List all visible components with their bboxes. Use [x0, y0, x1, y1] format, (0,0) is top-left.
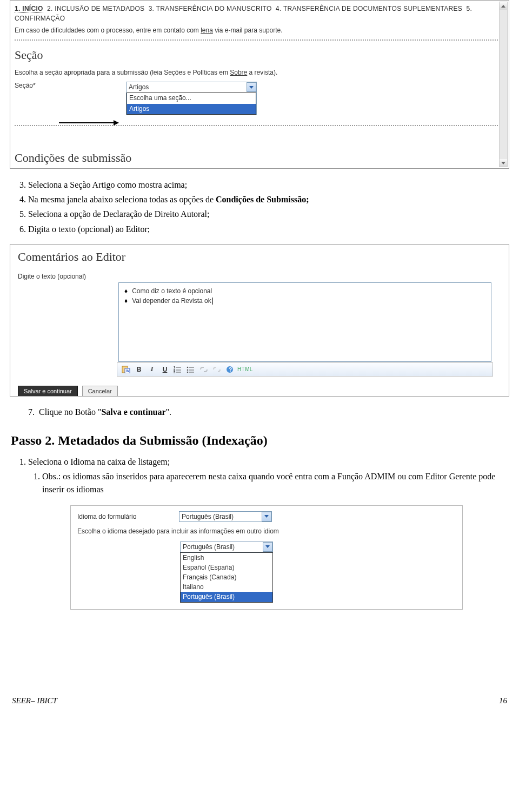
instr-item: Seleciona a opção de Declaração de Direi… [28, 208, 509, 220]
paste-word-icon[interactable]: W [121, 365, 131, 374]
step-4[interactable]: 4. TRANSFERÊNCIA DE DOCUMENTOS SUPLEMENT… [276, 5, 462, 12]
comments-label: Digite o texto (opcional) [18, 273, 110, 280]
instruction-list-1: Seleciona a Seção Artigo como mostra aci… [15, 179, 509, 235]
help-icon[interactable]: ? [224, 365, 235, 374]
italic-icon[interactable]: I [147, 365, 157, 374]
svg-text:3: 3 [174, 371, 175, 373]
instruction-list-2: Seleciona o Idioma na caixa de listagem;… [15, 455, 509, 496]
screenshot-language-select: Idioma do formulário Português (Brasil) … [70, 505, 463, 610]
secao-option[interactable]: Escolha uma seção... [127, 93, 256, 104]
idioma-option[interactable]: Español (España) [181, 563, 272, 572]
secao-option[interactable]: Artigos [127, 104, 256, 115]
step-2[interactable]: 2. INCLUSÃO DE METADADOS [47, 5, 144, 12]
idioma-option[interactable]: English [181, 553, 272, 563]
footer-right: 16 [499, 696, 507, 705]
text-caret [212, 298, 213, 305]
comment-line: Como diz o texto é opcional [124, 286, 485, 296]
page-footer: SEER– IBICT 16 [10, 696, 509, 705]
cancel-button[interactable]: Cancelar [82, 386, 118, 397]
instr-item: Seleciona o Idioma na caixa de listagem;… [28, 455, 509, 496]
save-continue-button[interactable]: Salvar e continuar [18, 386, 78, 397]
link-icon[interactable] [198, 365, 209, 374]
svg-text:W: W [126, 369, 130, 373]
instr-item: Digita o texto (opcional) ao Editor; [28, 223, 509, 235]
underline-icon[interactable]: U [159, 365, 170, 374]
comment-line: Vai depender da Revista ok [124, 296, 485, 306]
idioma-option[interactable]: Português (Brasil) [181, 592, 272, 602]
idioma-options-list[interactable]: English Español (España) Français (Canad… [180, 552, 273, 603]
svg-text:?: ? [229, 367, 232, 373]
footer-left: SEER– IBICT [12, 696, 57, 705]
chevron-down-icon[interactable] [263, 542, 272, 552]
scrollbar[interactable] [499, 2, 508, 167]
instr-sub-item: Obs.: os idiomas são inseridos para apar… [42, 470, 509, 495]
help-note: Em caso de dificuldades com o processo, … [10, 25, 509, 37]
idioma-option[interactable]: Italiano [181, 582, 272, 592]
instr-item: Seleciona a Seção Artigo como mostra aci… [28, 179, 509, 191]
help-contact-link[interactable]: lena [201, 27, 213, 34]
instr-item-7: 7. Clique no Botão "Salva e continuar". [28, 406, 508, 418]
section-heading-condicoes: Condições de submissão [15, 151, 131, 165]
section-heading-secao: Seção [15, 48, 504, 62]
idioma-option[interactable]: Français (Canada) [181, 572, 272, 582]
idioma-label: Idioma do formulário [77, 513, 174, 520]
chevron-down-icon[interactable] [262, 512, 271, 521]
step-3[interactable]: 3. TRANSFERÊNCIA DO MANUSCRITO [149, 5, 272, 12]
instr-item: Na mesma janela abaixo seleciona todas a… [28, 193, 509, 206]
list-numbered-icon[interactable]: 123 [172, 365, 183, 374]
secao-selected-value: Artigos [129, 83, 149, 91]
svg-point-13 [187, 371, 189, 373]
section-help: Escolha a seção apropriada para a submis… [10, 67, 509, 82]
chevron-down-icon[interactable] [247, 82, 256, 92]
bold-icon[interactable]: B [134, 365, 144, 374]
html-source-icon[interactable]: HTML [237, 365, 253, 374]
svg-point-9 [187, 366, 189, 368]
cropped-edge [387, 531, 462, 540]
sobre-link[interactable]: Sobre [230, 69, 247, 76]
list-bullet-icon[interactable] [185, 365, 196, 374]
idioma-select-open[interactable]: Português (Brasil) [180, 542, 273, 552]
passo-2-heading: Passo 2. Metadados da Submissão (Indexaç… [11, 433, 508, 448]
idioma-select[interactable]: Português (Brasil) [179, 511, 272, 522]
secao-select[interactable]: Artigos Escolha uma seção... Artigos [126, 82, 257, 115]
screenshot-submission-start: 1. INÍCIO 2. INCLUSÃO DE METADADOS 3. TR… [10, 0, 509, 169]
secao-label: Seção* [15, 82, 117, 89]
comments-textarea[interactable]: Como diz o texto é opcional Vai depender… [118, 282, 491, 362]
step-1-inicio[interactable]: 1. INÍCIO [15, 5, 43, 13]
comments-heading: Comentários ao Editor [18, 250, 501, 264]
unlink-icon[interactable] [211, 365, 222, 374]
callout-arrow [59, 122, 118, 123]
svg-point-11 [187, 369, 189, 371]
screenshot-editor-comments: Comentários ao Editor Digite o texto (op… [10, 244, 509, 397]
editor-toolbar: W B I U 123 ? HTML [117, 362, 493, 377]
secao-options-list[interactable]: Escolha uma seção... Artigos [127, 93, 256, 115]
submission-steps: 1. INÍCIO 2. INCLUSÃO DE METADADOS 3. TR… [10, 1, 509, 25]
idioma-selected-value: Português (Brasil) [182, 513, 234, 520]
